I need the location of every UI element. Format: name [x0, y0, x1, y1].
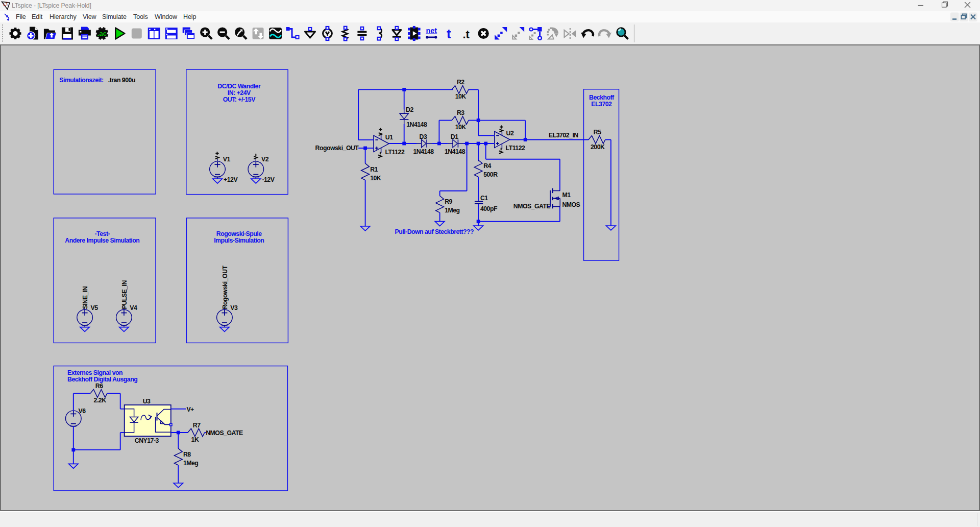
svg-text:PULSE_IN: PULSE_IN	[121, 280, 128, 309]
svg-text:+12V: +12V	[224, 176, 238, 183]
svg-text:V+: V+	[186, 406, 194, 413]
svg-text:NMOS: NMOS	[562, 201, 580, 208]
svg-text:D2: D2	[406, 106, 413, 113]
svg-text:R6: R6	[95, 382, 103, 390]
svg-text:.tran 900u: .tran 900u	[108, 77, 135, 84]
svg-text:10K: 10K	[370, 175, 381, 182]
svg-text:V1: V1	[223, 156, 231, 163]
svg-text:net: net	[426, 27, 437, 35]
svg-text:400pF: 400pF	[480, 205, 498, 212]
svg-text:D3: D3	[420, 133, 427, 140]
svg-text:10K: 10K	[455, 124, 467, 131]
svg-text:NMOS_GATE: NMOS_GATE	[513, 203, 551, 210]
svg-text:M1: M1	[562, 191, 571, 199]
svg-text:200K: 200K	[591, 143, 605, 151]
svg-text:R9: R9	[445, 198, 452, 205]
svg-text:V4: V4	[130, 304, 137, 312]
svg-text:V6: V6	[79, 408, 86, 415]
svg-text:V2: V2	[261, 156, 269, 163]
svg-text:Rogowski-Spule: Rogowski-Spule	[216, 230, 262, 237]
svg-text:R5: R5	[594, 129, 601, 136]
svg-text:U1: U1	[385, 134, 393, 141]
svg-text:Pull-Down auf Steckbrett???: Pull-Down auf Steckbrett???	[395, 228, 474, 235]
svg-text:1N4148: 1N4148	[413, 148, 434, 155]
svg-text:Impuls-Simulation: Impuls-Simulation	[214, 237, 264, 244]
svg-text:EL3702: EL3702	[591, 101, 612, 108]
svg-text:R8: R8	[183, 451, 191, 458]
svg-text:1Meg: 1Meg	[445, 207, 459, 214]
svg-text:R3: R3	[457, 109, 464, 116]
svg-text:Rogowski_OUT: Rogowski_OUT	[222, 265, 229, 309]
svg-text:t: t	[447, 26, 451, 41]
svg-text:1N4148: 1N4148	[445, 148, 465, 155]
svg-text:-12V: -12V	[262, 176, 275, 183]
svg-text:-Test-: -Test-	[95, 230, 110, 237]
svg-text:Beckhoff Digital Ausgang: Beckhoff Digital Ausgang	[67, 376, 137, 383]
svg-text:U3: U3	[143, 398, 151, 405]
svg-text:V3: V3	[230, 304, 238, 312]
svg-text:LT1122: LT1122	[506, 145, 525, 152]
svg-text:Externes Signal von: Externes Signal von	[67, 369, 122, 376]
svg-text:Rogowski_OUT: Rogowski_OUT	[315, 145, 359, 152]
svg-text:SINE_IN: SINE_IN	[82, 286, 89, 309]
svg-text:R1: R1	[370, 166, 378, 173]
svg-text:Andere Impulse Simulation: Andere Impulse Simulation	[65, 237, 139, 244]
svg-text:U2: U2	[506, 130, 514, 137]
svg-text:1K: 1K	[191, 436, 199, 443]
svg-text:CNY17-3: CNY17-3	[135, 437, 159, 444]
svg-text:1Meg: 1Meg	[183, 460, 198, 467]
svg-text:C1: C1	[480, 195, 488, 202]
svg-text:D1: D1	[451, 133, 458, 140]
svg-text:LT1122: LT1122	[385, 149, 405, 156]
svg-text:OUT: +/-15V: OUT: +/-15V	[223, 96, 256, 103]
svg-text:V5: V5	[91, 304, 99, 312]
svg-text:.ac: .ac	[97, 30, 107, 37]
svg-text:10K: 10K	[455, 93, 467, 100]
svg-text:NMOS_GATE: NMOS_GATE	[206, 429, 243, 437]
svg-text:R4: R4	[483, 162, 491, 170]
svg-text:Simulationszeit:: Simulationszeit:	[59, 77, 103, 84]
svg-text:1N4148: 1N4148	[406, 121, 427, 128]
svg-text:.t: .t	[462, 28, 470, 41]
svg-text:Beckhoff: Beckhoff	[589, 94, 615, 101]
svg-text:R7: R7	[193, 422, 201, 429]
svg-text:EL3702_IN: EL3702_IN	[549, 132, 578, 139]
svg-text:R2: R2	[457, 79, 464, 86]
svg-text:2.2K: 2.2K	[94, 397, 107, 404]
svg-text:500R: 500R	[483, 171, 498, 178]
